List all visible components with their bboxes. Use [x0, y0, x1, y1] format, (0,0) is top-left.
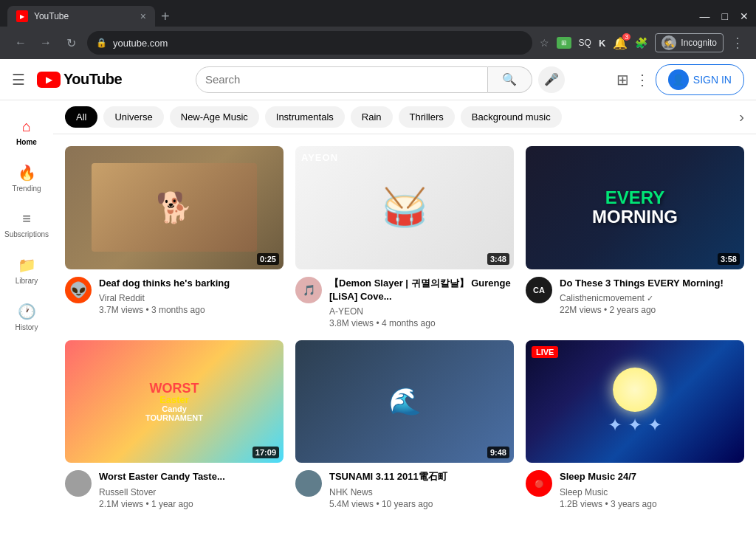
- url-box[interactable]: 🔒 youtube.com: [87, 31, 532, 55]
- sidebar-item-history[interactable]: 🕐 History: [3, 294, 50, 337]
- trending-icon: 🔥: [18, 164, 36, 182]
- youtube-app: ☰ YouTube 🔍 🎤 ⊞ ⋮ 👤 SIGN IN: [0, 59, 756, 541]
- grid-icon[interactable]: ⊞: [616, 71, 629, 89]
- thumb-content: 🐕: [65, 146, 284, 269]
- moon-icon: [613, 368, 657, 412]
- sidebar: ⌂ Home 🔥 Trending ≡ Subscriptions 📁 Libr…: [0, 100, 53, 541]
- sign-in-button[interactable]: 👤 SIGN IN: [656, 64, 744, 95]
- new-tab-button[interactable]: +: [161, 8, 170, 25]
- library-icon: 📁: [18, 256, 36, 274]
- home-icon: ⌂: [22, 118, 31, 135]
- video-channel: Russell Stover: [99, 487, 284, 497]
- search-input[interactable]: [196, 67, 487, 92]
- video-channel: Sleep Music: [560, 487, 744, 497]
- video-stats: 3.8M views • 4 months ago: [329, 318, 514, 328]
- sidebar-item-subscriptions[interactable]: ≡ Subscriptions: [3, 201, 50, 244]
- video-info: CA Do These 3 Things EVERY Morning! Cali…: [526, 277, 744, 315]
- video-title: Deaf dog thinks he's barking: [99, 277, 284, 290]
- video-info: 🔴 Sleep Music 24/7 Sleep Music 1.2B view…: [526, 470, 744, 509]
- sidebar-item-library[interactable]: 📁 Library: [3, 247, 50, 291]
- forward-button[interactable]: →: [37, 36, 55, 49]
- extension-icon-green[interactable]: ⊞: [557, 37, 571, 49]
- video-thumbnail: LIVE ✦ ✦ ✦: [526, 340, 744, 464]
- channel-avatar: [65, 470, 92, 497]
- address-bar-icons: ☆ ⊞ SQ K 🔔3 🧩 🕵 Incognito ⋮: [540, 33, 744, 52]
- video-meta: Do These 3 Things EVERY Morning! Calisth…: [560, 277, 744, 315]
- video-thumbnail: 🌊 9:48: [295, 340, 514, 464]
- window-controls: — □ ✕: [700, 10, 749, 22]
- chip-rain[interactable]: Rain: [351, 106, 393, 128]
- maximize-button[interactable]: □: [722, 10, 728, 22]
- extension-k-icon[interactable]: K: [599, 38, 605, 49]
- notification-icon[interactable]: 🔔3: [613, 36, 628, 50]
- search-button[interactable]: 🔍: [488, 66, 532, 93]
- video-card[interactable]: LIVE ✦ ✦ ✦ 🔴 Sleep Music 24/7 Sleep Musi…: [526, 340, 744, 509]
- browser-chrome: YouTube × + — □ ✕ ← → ↻ 🔒 youtube.com ☆ …: [0, 0, 756, 59]
- close-button[interactable]: ✕: [740, 10, 749, 22]
- video-channel: Calisthenicmovement ✓: [560, 293, 744, 303]
- chip-universe[interactable]: Universe: [103, 106, 163, 128]
- back-button[interactable]: ←: [12, 36, 30, 49]
- video-meta: TSUNAMI 3.11 2011電石町 NHK News 5.4M views…: [329, 470, 514, 509]
- video-info: TSUNAMI 3.11 2011電石町 NHK News 5.4M views…: [295, 470, 514, 509]
- channel-avatar: 🔴: [526, 470, 552, 497]
- thumb-text: MORNING: [592, 207, 678, 227]
- youtube-logo[interactable]: YouTube: [37, 71, 122, 88]
- thumb-content: EVERY MORNING: [526, 146, 744, 269]
- video-duration: 3:58: [718, 253, 740, 265]
- tab-close-button[interactable]: ×: [140, 10, 146, 22]
- video-title: TSUNAMI 3.11 2011電石町: [329, 470, 514, 483]
- sidebar-label-home: Home: [16, 138, 37, 146]
- sign-in-avatar-icon: 👤: [668, 69, 689, 90]
- video-meta: Deaf dog thinks he's barking Viral Reddi…: [99, 277, 284, 315]
- video-stats: 2.1M views • 1 year ago: [99, 499, 284, 509]
- video-card[interactable]: WORST Easter Candy TOURNAMENT 17:09 Wors…: [65, 340, 284, 509]
- video-stats: 5.4M views • 10 years ago: [329, 499, 514, 509]
- chip-all[interactable]: All: [65, 106, 97, 128]
- chip-bgmusic[interactable]: Background music: [461, 106, 562, 128]
- chip-instrumentals[interactable]: Instrumentals: [265, 106, 345, 128]
- channel-avatar: 👽: [65, 277, 92, 303]
- video-card[interactable]: AYEON 🥁 3:48 🎵 【Demon Slayer | 귀멸의칼날】 Gu…: [295, 146, 514, 328]
- browser-menu-button[interactable]: ⋮: [731, 35, 744, 51]
- bookmark-icon[interactable]: ☆: [540, 37, 549, 49]
- video-card[interactable]: EVERY MORNING 3:58 CA Do These 3 Things …: [526, 146, 744, 328]
- chip-newage[interactable]: New-Age Music: [170, 106, 259, 128]
- incognito-label: Incognito: [681, 38, 717, 48]
- video-stats: 1.2B views • 3 years ago: [560, 499, 744, 509]
- video-info: 🎵 【Demon Slayer | 귀멸의칼날】 Gurenge [LiSA] …: [295, 277, 514, 328]
- sidebar-label-subscriptions: Subscriptions: [4, 230, 49, 238]
- incognito-button[interactable]: 🕵 Incognito: [655, 33, 724, 52]
- tab-favicon-icon: [16, 10, 28, 22]
- incognito-icon: 🕵: [662, 35, 676, 50]
- minimize-button[interactable]: —: [700, 10, 710, 22]
- mic-button[interactable]: 🎤: [538, 66, 565, 93]
- hamburger-menu-button[interactable]: ☰: [12, 71, 25, 89]
- sidebar-item-home[interactable]: ⌂ Home: [3, 109, 50, 152]
- reload-button[interactable]: ↻: [62, 36, 80, 50]
- browser-tab[interactable]: YouTube ×: [7, 6, 155, 27]
- youtube-header: ☰ YouTube 🔍 🎤 ⊞ ⋮ 👤 SIGN IN: [0, 59, 756, 100]
- youtube-body: ⌂ Home 🔥 Trending ≡ Subscriptions 📁 Libr…: [0, 100, 756, 541]
- video-info: Worst Easter Candy Taste... Russell Stov…: [65, 470, 284, 509]
- header-menu-icon[interactable]: ⋮: [635, 71, 650, 89]
- video-thumbnail: AYEON 🥁 3:48: [295, 146, 514, 269]
- sidebar-label-history: History: [15, 323, 38, 331]
- video-channel: Viral Reddit: [99, 293, 284, 303]
- video-grid: 🐕 0:25 👽 Deaf dog thinks he's barking Vi…: [53, 134, 756, 521]
- history-icon: 🕐: [18, 303, 36, 320]
- lock-icon: 🔒: [96, 38, 107, 48]
- video-info: 👽 Deaf dog thinks he's barking Viral Red…: [65, 277, 284, 315]
- url-text: youtube.com: [113, 38, 523, 49]
- video-card[interactable]: 🌊 9:48 TSUNAMI 3.11 2011電石町 NHK News 5.4…: [295, 340, 514, 509]
- puzzle-icon[interactable]: 🧩: [635, 37, 647, 49]
- video-card[interactable]: 🐕 0:25 👽 Deaf dog thinks he's barking Vi…: [65, 146, 284, 328]
- sidebar-item-trending[interactable]: 🔥 Trending: [3, 155, 50, 199]
- address-bar: ← → ↻ 🔒 youtube.com ☆ ⊞ SQ K 🔔3 🧩 🕵 Inco…: [0, 27, 756, 59]
- chip-thrillers[interactable]: Thrillers: [399, 106, 455, 128]
- video-duration: 9:48: [487, 447, 509, 458]
- video-title: 【Demon Slayer | 귀멸의칼날】 Gurenge [LiSA] Co…: [329, 277, 514, 303]
- candy-text: Candy: [162, 404, 187, 413]
- video-duration: 3:48: [487, 253, 509, 265]
- chips-more-button[interactable]: ›: [739, 108, 744, 125]
